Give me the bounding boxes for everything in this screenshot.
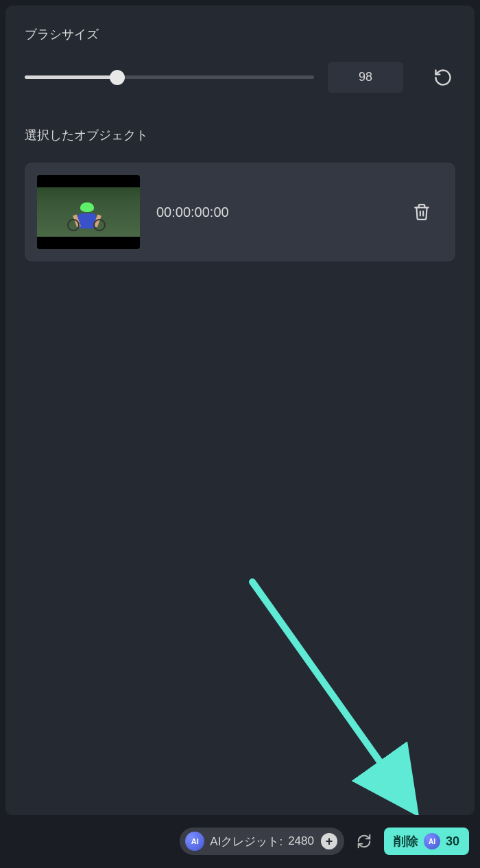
object-item[interactable]: 00:00:00:00 (25, 163, 455, 261)
delete-object-button[interactable] (407, 198, 436, 226)
credit-label: AIクレジット: (210, 834, 283, 849)
ai-gem-icon: AI (185, 832, 204, 851)
reset-button[interactable] (431, 65, 455, 90)
delete-cost: 30 (446, 834, 459, 849)
object-thumbnail (37, 175, 140, 249)
refresh-button[interactable] (354, 831, 374, 852)
ai-credit-pill: AI AIクレジット: 2480 + (180, 828, 344, 855)
slider-track (25, 75, 314, 79)
bottom-bar: AI AIクレジット: 2480 + 削除 AI 30 (0, 824, 480, 858)
settings-panel: ブラシサイズ 98 選択したオブジェクト (5, 5, 475, 815)
annotation-arrow (239, 575, 431, 815)
undo-icon (433, 68, 453, 87)
brush-size-label: ブラシサイズ (25, 26, 455, 43)
delete-action-button[interactable]: 削除 AI 30 (384, 828, 469, 855)
slider-fill (25, 75, 117, 79)
refresh-icon (357, 834, 372, 849)
slider-thumb[interactable] (110, 70, 125, 85)
brush-size-slider[interactable] (25, 69, 314, 86)
delete-button-label: 削除 (394, 833, 418, 849)
trash-icon (413, 203, 431, 221)
object-timecode: 00:00:00:00 (156, 204, 391, 220)
credit-value: 2480 (288, 834, 314, 848)
brush-size-value[interactable]: 98 (328, 62, 403, 93)
svg-line-1 (252, 582, 403, 795)
selected-objects-label: 選択したオブジェクト (25, 127, 455, 143)
ai-gem-icon: AI (424, 833, 440, 849)
add-credit-button[interactable]: + (321, 833, 337, 849)
brush-size-row: 98 (25, 62, 455, 93)
